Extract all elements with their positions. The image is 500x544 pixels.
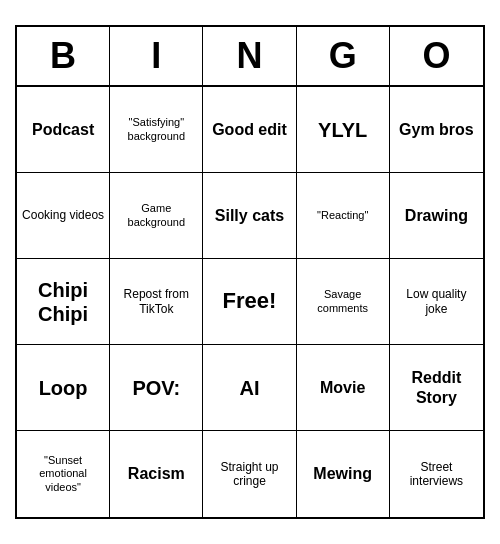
cell-label-19: Reddit Story	[394, 368, 479, 406]
header-g: G	[297, 27, 390, 85]
bingo-cell-14[interactable]: Low quality joke	[390, 259, 483, 345]
cell-label-1: "Satisfying" background	[114, 116, 198, 142]
cell-label-13: Savage comments	[301, 288, 385, 314]
cell-label-5: Cooking videos	[22, 208, 104, 222]
bingo-cell-0[interactable]: Podcast	[17, 87, 110, 173]
bingo-header: B I N G O	[17, 27, 483, 87]
cell-label-2: Good edit	[212, 120, 287, 139]
cell-label-0: Podcast	[32, 120, 94, 139]
bingo-grid: Podcast"Satisfying" backgroundGood editY…	[17, 87, 483, 517]
cell-label-18: Movie	[320, 378, 365, 397]
bingo-cell-16[interactable]: POV:	[110, 345, 203, 431]
cell-label-10: Chipi Chipi	[21, 278, 105, 326]
header-i: I	[110, 27, 203, 85]
bingo-cell-9[interactable]: Drawing	[390, 173, 483, 259]
cell-label-11: Repost from TikTok	[114, 287, 198, 316]
cell-label-21: Racism	[128, 464, 185, 483]
bingo-cell-13[interactable]: Savage comments	[297, 259, 390, 345]
header-n: N	[203, 27, 296, 85]
cell-label-3: YLYL	[318, 118, 367, 142]
bingo-cell-5[interactable]: Cooking videos	[17, 173, 110, 259]
cell-label-23: Mewing	[313, 464, 372, 483]
bingo-cell-15[interactable]: Loop	[17, 345, 110, 431]
bingo-cell-19[interactable]: Reddit Story	[390, 345, 483, 431]
header-b: B	[17, 27, 110, 85]
bingo-cell-6[interactable]: Game background	[110, 173, 203, 259]
cell-label-8: "Reacting"	[317, 209, 368, 222]
cell-label-9: Drawing	[405, 206, 468, 225]
cell-label-16: POV:	[132, 376, 180, 400]
cell-label-20: "Sunset emotional videos"	[21, 454, 105, 494]
header-o: O	[390, 27, 483, 85]
cell-label-7: Silly cats	[215, 206, 284, 225]
bingo-cell-10[interactable]: Chipi Chipi	[17, 259, 110, 345]
bingo-cell-3[interactable]: YLYL	[297, 87, 390, 173]
bingo-card: B I N G O Podcast"Satisfying" background…	[15, 25, 485, 519]
cell-label-22: Straight up cringe	[207, 460, 291, 489]
bingo-cell-22[interactable]: Straight up cringe	[203, 431, 296, 517]
cell-label-4: Gym bros	[399, 120, 474, 139]
bingo-cell-2[interactable]: Good edit	[203, 87, 296, 173]
bingo-cell-17[interactable]: AI	[203, 345, 296, 431]
bingo-cell-7[interactable]: Silly cats	[203, 173, 296, 259]
cell-label-17: AI	[239, 376, 259, 400]
cell-label-6: Game background	[114, 202, 198, 228]
bingo-cell-18[interactable]: Movie	[297, 345, 390, 431]
cell-label-12: Free!	[223, 288, 277, 314]
bingo-cell-24[interactable]: Street interviews	[390, 431, 483, 517]
bingo-cell-12[interactable]: Free!	[203, 259, 296, 345]
cell-label-15: Loop	[39, 376, 88, 400]
cell-label-14: Low quality joke	[394, 287, 479, 316]
bingo-cell-11[interactable]: Repost from TikTok	[110, 259, 203, 345]
bingo-cell-21[interactable]: Racism	[110, 431, 203, 517]
bingo-cell-1[interactable]: "Satisfying" background	[110, 87, 203, 173]
bingo-cell-4[interactable]: Gym bros	[390, 87, 483, 173]
bingo-cell-20[interactable]: "Sunset emotional videos"	[17, 431, 110, 517]
bingo-cell-8[interactable]: "Reacting"	[297, 173, 390, 259]
bingo-cell-23[interactable]: Mewing	[297, 431, 390, 517]
cell-label-24: Street interviews	[394, 460, 479, 489]
